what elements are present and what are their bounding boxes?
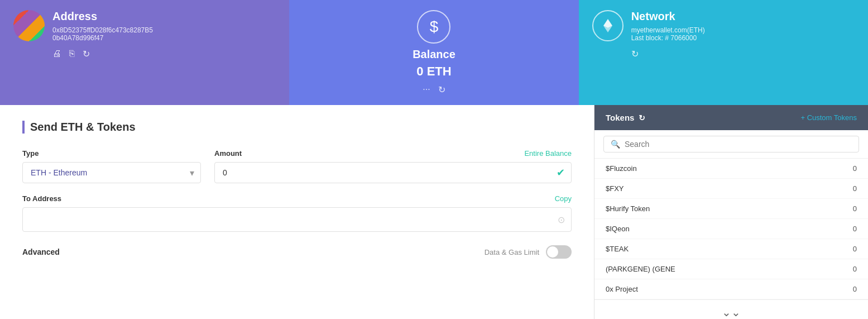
token-name: 0x Project — [606, 285, 638, 293]
token-balance: 0 — [853, 164, 857, 173]
type-group: Type ETH - Ethereum ▾ — [22, 149, 201, 183]
to-address-input[interactable] — [22, 207, 572, 232]
list-item[interactable]: $Hurify Token 0 — [594, 199, 868, 219]
token-name: $TEAK — [606, 245, 629, 253]
type-select[interactable]: ETH - Ethereum — [22, 162, 201, 183]
amount-label: Amount — [214, 149, 242, 158]
token-balance: 0 — [853, 265, 857, 273]
token-balance: 0 — [853, 225, 857, 233]
tokens-header: Tokens ↻ + Custom Tokens — [594, 105, 868, 130]
balance-value: 0 ETH — [416, 64, 451, 79]
token-balance: 0 — [853, 204, 857, 213]
token-name: (PARKGENE) (GENE — [606, 265, 675, 273]
copy-icon[interactable]: ⎘ — [69, 49, 75, 59]
entire-balance-link[interactable]: Entire Balance — [524, 149, 572, 158]
network-title: Network — [631, 10, 705, 23]
list-item[interactable]: $Fluzcoin 0 — [594, 159, 868, 179]
type-select-wrapper: ETH - Ethereum ▾ — [22, 162, 201, 183]
gas-limit-toggle[interactable] — [546, 245, 572, 259]
balance-card: $ Balance 0 ETH ··· ↻ — [289, 0, 578, 105]
list-item[interactable]: (PARKGENE) (GENE 0 — [594, 259, 868, 279]
address-qr-icon: ⊙ — [558, 215, 565, 225]
token-name: $IQeon — [606, 225, 630, 233]
list-item[interactable]: $TEAK 0 — [594, 239, 868, 259]
more-icon[interactable]: ··· — [423, 84, 430, 95]
tokens-title: Tokens ↻ — [606, 113, 645, 122]
send-panel: Send ETH & Tokens Type ETH - Ethereum ▾ … — [0, 105, 594, 319]
checkmark-icon: ✔ — [557, 166, 565, 179]
address-title: Address — [52, 10, 153, 23]
network-card: Network myetherwallet.com(ETH) Last bloc… — [579, 0, 868, 105]
main-content: Send ETH & Tokens Type ETH - Ethereum ▾ … — [0, 105, 868, 319]
to-address-label: To Address — [22, 194, 61, 203]
search-input[interactable] — [625, 140, 852, 149]
to-address-label-row: To Address Copy — [22, 194, 572, 203]
network-block: Last block: # 7066000 — [631, 34, 705, 42]
advanced-right: Data & Gas Limit — [485, 245, 572, 259]
tokens-label: Tokens — [606, 113, 634, 122]
refresh-icon[interactable]: ↻ — [83, 49, 90, 59]
refresh-balance-icon[interactable]: ↻ — [438, 84, 445, 95]
custom-tokens-link[interactable]: + Custom Tokens — [800, 113, 857, 122]
address-card: Address 0x8D52375ffD028f6c473c8287B5 0b4… — [0, 0, 289, 105]
advanced-label: Advanced — [22, 247, 60, 256]
type-amount-row: Type ETH - Ethereum ▾ Amount Entire Bala… — [22, 149, 572, 183]
tokens-panel: Tokens ↻ + Custom Tokens 🔍 $Fluzcoin 0 $… — [594, 105, 868, 319]
token-name: $FXY — [606, 184, 624, 193]
search-input-wrapper: 🔍 — [603, 136, 859, 153]
amount-label-row: Amount Entire Balance — [214, 149, 572, 158]
token-balance: 0 — [853, 245, 857, 253]
tokens-footer: ⌄⌄ — [594, 299, 868, 319]
balance-dollar-icon: $ — [417, 10, 450, 44]
list-item[interactable]: $IQeon 0 — [594, 219, 868, 239]
token-list: $Fluzcoin 0 $FXY 0 $Hurify Token 0 $IQeo… — [594, 159, 868, 299]
eth-logo-icon — [592, 10, 624, 41]
address-line1: 0x8D52375ffD028f6c473c8287B5 — [52, 26, 153, 34]
address-line2: 0b40A78d996f47 — [52, 34, 153, 42]
amount-input-wrapper: ✔ — [214, 162, 572, 183]
gas-limit-label: Data & Gas Limit — [485, 248, 539, 256]
network-name: myetherwallet.com(ETH) — [631, 26, 705, 34]
chevron-down-icon[interactable]: ⌄⌄ — [722, 306, 741, 318]
refresh-network-icon[interactable]: ↻ — [631, 49, 639, 59]
search-icon: 🔍 — [611, 140, 620, 149]
list-item[interactable]: 0x Project 0 — [594, 279, 868, 299]
copy-link[interactable]: Copy — [555, 194, 572, 203]
search-bar: 🔍 — [594, 130, 868, 159]
token-name: $Hurify Token — [606, 204, 650, 213]
token-name: $Fluzcoin — [606, 164, 637, 173]
balance-title: Balance — [413, 48, 455, 61]
amount-group: Amount Entire Balance ✔ — [214, 149, 572, 183]
type-label: Type — [22, 149, 201, 158]
send-title: Send ETH & Tokens — [22, 121, 572, 134]
tokens-refresh-icon[interactable]: ↻ — [639, 113, 645, 122]
amount-input[interactable] — [214, 162, 572, 183]
to-address-section: To Address Copy ⊙ — [22, 194, 572, 232]
address-input-wrapper: ⊙ — [22, 207, 572, 232]
token-balance: 0 — [853, 285, 857, 293]
top-cards: Address 0x8D52375ffD028f6c473c8287B5 0b4… — [0, 0, 868, 105]
token-balance: 0 — [853, 184, 857, 193]
list-item[interactable]: $FXY 0 — [594, 179, 868, 199]
advanced-row: Advanced Data & Gas Limit — [22, 245, 572, 259]
avatar — [13, 10, 45, 41]
print-icon[interactable]: 🖨 — [52, 49, 61, 59]
